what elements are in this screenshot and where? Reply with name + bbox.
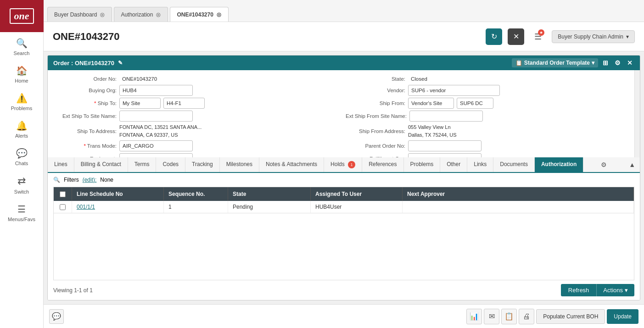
tab-expand-icon[interactable]: ▲	[624, 157, 640, 172]
sidebar-item-problems[interactable]: ⚠️ Problems	[0, 87, 43, 115]
filter-icon: 🔍	[53, 177, 60, 183]
logo[interactable]: one	[0, 0, 44, 32]
order-tab-tracking[interactable]: Tracking	[185, 157, 220, 172]
actions-arrow-icon: ▾	[625, 287, 628, 294]
filters-value: None	[100, 177, 113, 183]
ship-from-input2[interactable]	[457, 98, 493, 109]
form-area: Order No: ONE#1043270 Buying Org: Ship T…	[48, 70, 634, 157]
row-next-approver	[403, 201, 634, 213]
clipboard-icon: 📋	[504, 312, 514, 321]
refresh-button[interactable]: Refresh	[561, 284, 597, 296]
user-dropdown[interactable]: Buyer Supply Chain Admin ▾	[552, 30, 635, 43]
header: ONE#1043270 ↻ ✕ ☰ ★ Buyer Supply Chain A…	[44, 22, 644, 51]
equipment-input[interactable]	[119, 153, 193, 157]
buying-org-row: Buying Org:	[57, 85, 336, 96]
order-tab-authorization[interactable]: Authorization	[535, 157, 583, 172]
sidebar-item-alerts[interactable]: 🔔 Alerts	[0, 115, 43, 142]
order-tab-other[interactable]: Other	[440, 157, 467, 172]
order-tab-holds-label: Holds	[330, 161, 345, 167]
parent-order-input[interactable]	[408, 140, 482, 151]
tab-order-label: ONE#1043270	[177, 11, 213, 18]
ship-from-label: Ship From:	[346, 100, 405, 106]
close-button[interactable]: ✕	[508, 28, 524, 45]
filters-edit-link[interactable]: (edit):	[83, 177, 97, 183]
template-dropdown[interactable]: 📋 Standard Order Template ▾	[512, 58, 598, 67]
populate-boh-button[interactable]: Populate Current BOH	[536, 309, 605, 324]
tab-settings-icon[interactable]: ⚙	[596, 157, 611, 172]
panel-settings-icon[interactable]: ⚙	[613, 58, 622, 67]
close-order-icon[interactable]: ⊗	[216, 11, 222, 18]
sidebar-item-home[interactable]: 🏠 Home	[0, 60, 43, 87]
page-title: ONE#1043270	[53, 31, 480, 43]
sidebar-label-alerts: Alerts	[15, 133, 28, 139]
order-tab-codes[interactable]: Codes	[156, 157, 185, 172]
order-tab-notes[interactable]: Notes & Attachments	[259, 157, 324, 172]
equipment-row: Equipment:	[57, 153, 336, 157]
select-all-checkbox[interactable]	[60, 191, 66, 197]
panel-header-right: 📋 Standard Order Template ▾ ⊞ ⚙ ✕	[512, 58, 634, 67]
template-label: Standard Order Template	[524, 60, 590, 66]
order-tab-documents[interactable]: Documents	[493, 157, 535, 172]
order-tabs: Lines Billing & Contact Terms Codes Trac…	[48, 157, 640, 173]
update-button[interactable]: Update	[607, 309, 638, 324]
tab-buyer-dashboard[interactable]: Buyer Dashboard ⊗	[47, 7, 112, 22]
form-scrollbar[interactable]	[634, 70, 640, 157]
auth-table: Line Schedule No Sequence No. State Assi…	[53, 187, 634, 280]
tab-authorization-label: Authorization	[121, 11, 153, 18]
search-icon: 🔍	[16, 38, 28, 49]
actions-button[interactable]: Actions ▾	[596, 284, 634, 296]
order-tab-problems[interactable]: Problems	[404, 157, 441, 172]
ship-to-input2[interactable]	[163, 98, 205, 109]
close-buyer-dashboard-icon[interactable]: ⊗	[100, 11, 105, 18]
order-tab-billing[interactable]: Billing & Contact	[74, 157, 128, 172]
ext-ship-to-input[interactable]	[119, 111, 193, 122]
state-value: Closed	[408, 75, 430, 83]
sidebar-item-chats[interactable]: 💬 Chats	[0, 142, 43, 170]
chat-button[interactable]: 💬	[49, 309, 64, 324]
ext-ship-from-input[interactable]	[409, 111, 483, 122]
sidebar-item-menus[interactable]: ☰ Menus/Favs	[0, 198, 43, 226]
row-line-schedule[interactable]: 001/1/1	[72, 201, 164, 213]
filters-bar: 🔍 Filters (edit): None	[48, 173, 640, 187]
sidebar-item-switch[interactable]: ⇄ Switch	[0, 170, 43, 198]
print-icon-btn[interactable]: 🖨	[519, 309, 534, 324]
bell-icon: 🔔	[16, 120, 28, 131]
panel-close-icon[interactable]: ✕	[625, 58, 634, 67]
buying-org-input[interactable]	[119, 85, 193, 96]
sidebar-item-search[interactable]: 🔍 Search	[0, 32, 43, 60]
close-authorization-icon[interactable]: ⊗	[156, 11, 161, 18]
col-checkbox	[54, 187, 72, 201]
row-checkbox[interactable]	[60, 204, 66, 210]
form-area-container: Order No: ONE#1043270 Buying Org: Ship T…	[48, 70, 640, 157]
fulfillment-org-input[interactable]	[408, 153, 482, 157]
chart-icon-btn[interactable]: 📊	[466, 309, 482, 324]
ship-from-input1[interactable]	[408, 98, 454, 109]
ext-ship-to-label: Ext Ship To Site Name:	[57, 113, 117, 119]
order-tab-lines[interactable]: Lines	[48, 157, 74, 172]
clipboard-icon-btn[interactable]: 📋	[501, 309, 517, 324]
email-icon-btn[interactable]: ✉	[484, 309, 499, 324]
order-tab-references[interactable]: References	[362, 157, 403, 172]
vendor-input[interactable]	[408, 85, 500, 96]
order-tab-milestones[interactable]: Milestones	[220, 157, 259, 172]
trans-mode-input[interactable]	[119, 140, 193, 151]
panel-grid-icon[interactable]: ⊞	[601, 58, 610, 67]
logo-text: one	[10, 8, 34, 24]
tab-authorization[interactable]: Authorization ⊗	[114, 7, 168, 22]
ship-to-input1[interactable]	[119, 98, 161, 109]
menu-button[interactable]: ☰ ★	[530, 28, 546, 45]
order-tab-problems-label: Problems	[410, 161, 434, 167]
order-tab-links[interactable]: Links	[467, 157, 493, 172]
order-tab-authorization-label: Authorization	[541, 161, 577, 167]
chat-bubble-icon: 💬	[52, 312, 61, 321]
order-tab-terms[interactable]: Terms	[128, 157, 157, 172]
ship-to-address-label: Ship To Address:	[57, 128, 117, 134]
order-tab-holds[interactable]: Holds 1	[324, 157, 362, 172]
form-right-col: State: Closed Vendor: Ship From:	[346, 75, 625, 157]
tab-order[interactable]: ONE#1043270 ⊗	[170, 7, 228, 22]
order-panel-title: Order : ONE#1043270	[53, 60, 114, 67]
viewing-label: Viewing 1-1 of 1	[53, 287, 93, 294]
viewing-bar: Viewing 1-1 of 1 Refresh Actions ▾	[48, 280, 640, 300]
col-assigned-user: Assigned To User	[311, 187, 403, 201]
refresh-button[interactable]: ↻	[486, 28, 502, 45]
